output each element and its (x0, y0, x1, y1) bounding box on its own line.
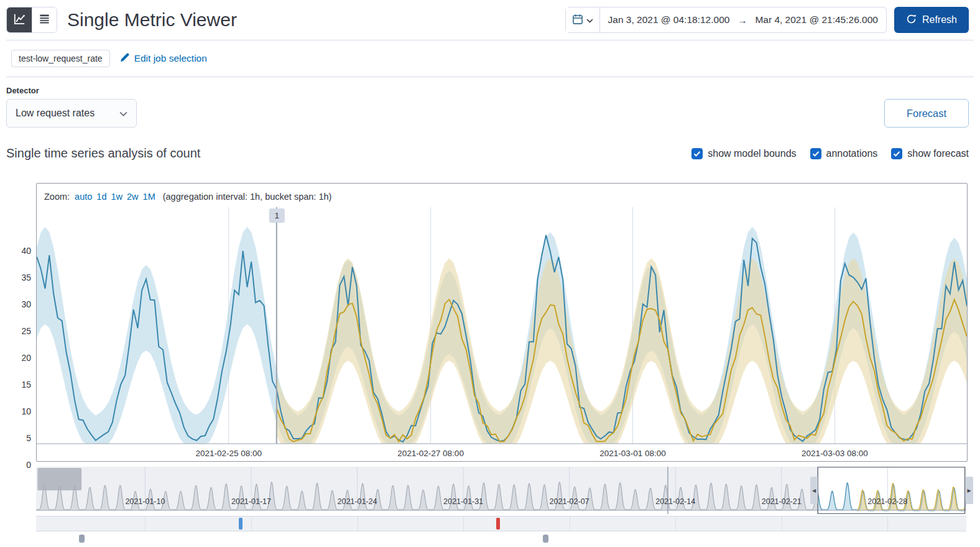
lower-markers-lane (36, 533, 966, 546)
calendar-icon (572, 14, 583, 27)
lane-marker-dot (543, 535, 548, 543)
checkbox-label: show forecast (907, 148, 969, 159)
refresh-button[interactable]: Refresh (894, 7, 969, 33)
view-switcher (6, 7, 57, 33)
y-axis-label: 5 (6, 432, 31, 444)
edit-job-selection-link[interactable]: Edit job selection (134, 53, 207, 64)
show-model-bounds-checkbox[interactable]: show model bounds (691, 148, 796, 159)
chevron-down-icon (119, 108, 127, 119)
x-axis-label: 2021-03-03 08:00 (802, 449, 868, 458)
x-axis-label: 2021-02-27 08:00 (397, 449, 464, 458)
zoom-option-1w[interactable]: 1w (111, 192, 122, 202)
y-axis-label: 30 (6, 299, 31, 310)
lane-marker-dot (79, 535, 85, 543)
page-header: Single Metric Viewer Jan 3, 2021 @ 04:18… (6, 0, 974, 40)
annotations-checkbox[interactable]: annotations (810, 148, 878, 159)
checkbox-checked-icon (810, 148, 821, 159)
table-icon (39, 13, 50, 27)
forecast-button[interactable]: Forecast (884, 99, 969, 128)
navigator-date-label: 2021-01-17 (231, 497, 271, 506)
detector-row: Detector Low request rates Forecast (6, 77, 974, 128)
annotation-marker[interactable] (239, 518, 243, 530)
zoom-option-1d[interactable]: 1d (96, 192, 106, 202)
zoom-option-auto[interactable]: auto (75, 192, 92, 202)
single-metric-viewer-page: Single Metric Viewer Jan 3, 2021 @ 04:18… (0, 0, 980, 546)
line-chart-icon (14, 13, 25, 27)
zoom-label: Zoom: (44, 192, 70, 202)
zoom-options: auto 1d 1w 2w 1M (75, 192, 155, 202)
page-title: Single Metric Viewer (67, 9, 237, 30)
detector-select[interactable]: Low request rates (6, 99, 137, 128)
y-axis-labels: 4035302520151050 (6, 245, 31, 470)
y-axis-label: 20 (6, 352, 31, 363)
annotations-lane-separator (145, 517, 146, 531)
navigator-date-label: 2021-02-28 (867, 497, 907, 506)
annotations-lane (36, 516, 966, 531)
analysis-row: Single time series analysis of count sho… (6, 146, 974, 161)
y-axis-label: 15 (6, 379, 31, 390)
show-forecast-checkbox[interactable]: show forecast (891, 148, 969, 159)
checkbox-label: show model bounds (708, 148, 796, 159)
annotation-marker[interactable] (496, 518, 500, 530)
analysis-heading: Single time series analysis of count (6, 146, 200, 161)
navigator-date-label: 2021-02-07 (550, 497, 589, 506)
date-range-picker: Jan 3, 2021 @ 04:18:12.000 → Mar 4, 2021… (565, 7, 887, 33)
annotations-lane-separator (570, 517, 570, 531)
x-axis-label: 2021-03-01 08:00 (599, 449, 666, 458)
annotations-lane-separator (463, 517, 464, 531)
refresh-icon (906, 14, 917, 27)
y-axis-label: 35 (6, 272, 31, 283)
annotations-lane-separator (782, 517, 782, 531)
chevron-down-icon (586, 16, 593, 25)
edit-job-selection[interactable]: Edit job selection (119, 52, 207, 65)
zoom-option-2w[interactable]: 2w (127, 192, 139, 202)
end-date-button[interactable]: Mar 4, 2021 @ 21:45:26.000 (747, 14, 886, 26)
annotations-lane-separator (887, 517, 888, 531)
y-axis-label: 40 (6, 245, 31, 256)
x-axis-label: 2021-02-25 08:00 (195, 449, 262, 458)
annotations-lane-separator (251, 517, 252, 531)
navigator: 2021-01-102021-01-172021-01-242021-01-31… (6, 467, 966, 514)
main-chart-svg[interactable]: 12021-02-25 08:002021-02-27 08:002021-03… (37, 205, 967, 461)
start-date-button[interactable]: Jan 3, 2021 @ 04:18:12.000 (600, 14, 738, 26)
annotations-lane-separator (675, 517, 676, 531)
job-bar: test-low_request_rate Edit job selection (6, 40, 974, 77)
aggregation-interval-note: (aggregation interval: 1h, bucket span: … (163, 192, 332, 202)
y-axis-label: 10 (6, 406, 31, 417)
job-badge: test-low_request_rate (11, 50, 110, 67)
date-range-arrow-icon: → (737, 15, 747, 26)
checkbox-checked-icon (891, 148, 902, 159)
navigator-left-arrow[interactable]: ◀ (810, 477, 818, 504)
chart-view-button[interactable] (7, 7, 32, 32)
navigator-date-label: 2021-01-10 (125, 497, 165, 506)
navigator-date-label: 2021-02-14 (655, 497, 695, 506)
navigator-date-label: 2021-02-21 (762, 497, 802, 506)
checkbox-checked-icon (691, 148, 703, 159)
navigator-date-label: 2021-01-31 (443, 497, 483, 506)
checkbox-label: annotations (826, 148, 878, 159)
navigator-svg[interactable]: 2021-01-102021-01-172021-01-242021-01-31… (36, 467, 966, 514)
detector-label: Detector (6, 86, 137, 95)
annotation-badge[interactable]: 1 (269, 208, 285, 223)
chart-panel: Zoom: auto 1d 1w 2w 1M (aggregation inte… (36, 183, 968, 462)
zoom-option-1M[interactable]: 1M (143, 192, 155, 202)
zoom-bar: Zoom: auto 1d 1w 2w 1M (aggregation inte… (37, 184, 967, 205)
navigator-right-arrow[interactable]: ▶ (966, 477, 973, 504)
refresh-label: Refresh (922, 14, 957, 26)
navigator-date-label: 2021-01-24 (338, 497, 377, 506)
datepicker-quick-menu-button[interactable] (566, 7, 600, 32)
y-axis-label: 25 (6, 325, 31, 337)
time-series-chart: 4035302520151050 Zoom: auto 1d 1w 2w 1M … (6, 183, 966, 462)
navigator-loaded-block (37, 468, 81, 490)
pencil-icon (119, 52, 130, 65)
chart-options: show model bounds annotations show forec… (691, 148, 969, 159)
annotations-lane-separator (358, 517, 358, 531)
table-view-button[interactable] (32, 7, 57, 32)
svg-text:1: 1 (275, 211, 280, 220)
detector-selected-value: Low request rates (16, 108, 95, 119)
